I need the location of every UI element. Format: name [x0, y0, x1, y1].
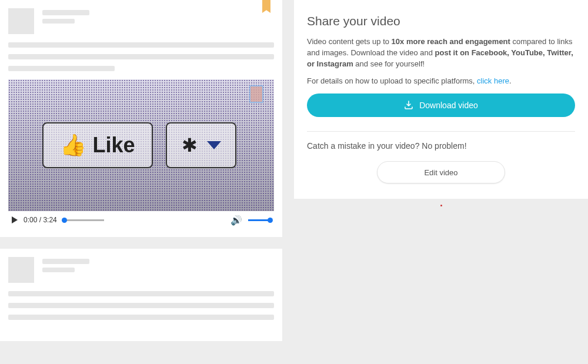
divider	[307, 131, 575, 132]
settings-dropdown-graphic: ✱	[166, 122, 236, 168]
share-description-2: For details on how to upload to specific…	[307, 76, 575, 87]
volume-bar[interactable]	[248, 219, 270, 221]
like-button-graphic: 👍 Like	[42, 122, 153, 168]
share-title: Share your video	[307, 14, 575, 28]
caret-down-icon	[207, 141, 221, 149]
presenter-thumbnail	[249, 85, 263, 103]
video-time: 0:00 / 3:24	[24, 216, 57, 224]
download-label: Download video	[419, 101, 478, 110]
post-header	[8, 257, 274, 283]
progress-bar[interactable]	[63, 219, 104, 221]
video-thumbnail[interactable]: 👍 Like ✱	[8, 79, 274, 211]
volume-icon[interactable]: 🔊	[230, 215, 242, 226]
indicator-dot	[440, 205, 442, 206]
post-card	[0, 249, 282, 341]
avatar-placeholder	[8, 8, 34, 34]
download-icon	[404, 101, 413, 110]
video-controls: 0:00 / 3:24 🔊	[8, 211, 274, 229]
name-placeholder	[42, 257, 89, 272]
post-body-placeholder	[8, 291, 274, 320]
download-video-button[interactable]: Download video	[307, 93, 575, 117]
upload-help-link[interactable]: click here	[477, 76, 509, 85]
post-card: 👍 Like ✱ 0:00 / 3:24	[0, 0, 282, 237]
gear-icon: ✱	[182, 134, 198, 156]
name-placeholder	[42, 8, 89, 24]
post-body-placeholder	[8, 42, 274, 71]
edit-prompt-text: Catch a mistake in your video? No proble…	[307, 141, 575, 151]
share-description-1: Video content gets up to 10x more reach …	[307, 36, 575, 70]
volume-handle[interactable]	[268, 218, 273, 223]
progress-handle[interactable]	[62, 218, 67, 223]
video-player[interactable]: 👍 Like ✱ 0:00 / 3:24	[8, 79, 274, 229]
post-header	[8, 8, 274, 34]
play-icon[interactable]	[12, 216, 18, 223]
edit-video-button[interactable]: Edit video	[377, 161, 505, 183]
thumbs-up-icon: 👍	[60, 133, 86, 158]
avatar-placeholder	[8, 257, 34, 283]
like-label: Like	[92, 133, 135, 158]
share-panel: Share your video Video content gets up t…	[294, 0, 588, 199]
